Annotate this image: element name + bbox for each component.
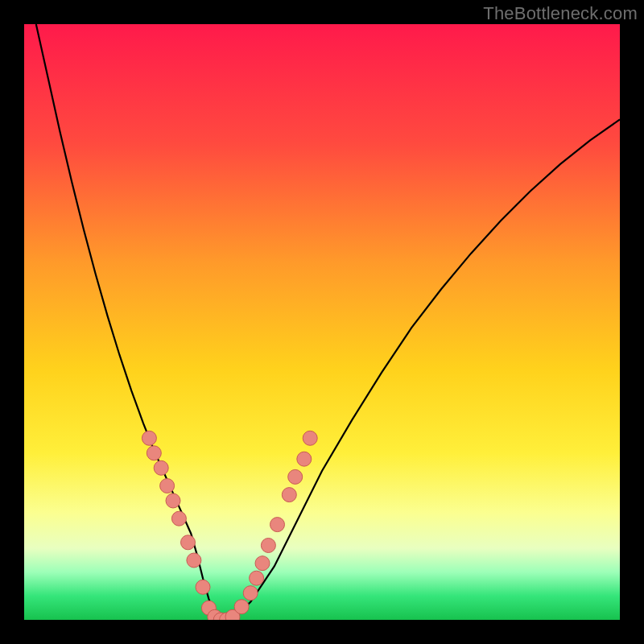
data-marker bbox=[261, 539, 275, 553]
data-marker bbox=[303, 431, 317, 445]
data-marker bbox=[243, 586, 258, 601]
data-marker bbox=[147, 446, 161, 460]
data-marker bbox=[171, 511, 186, 526]
data-marker bbox=[181, 535, 196, 550]
data-marker bbox=[282, 488, 296, 502]
data-marker bbox=[187, 553, 201, 568]
data-marker bbox=[196, 580, 210, 594]
watermark-text: TheBottleneck.com bbox=[483, 3, 638, 24]
data-marker bbox=[288, 469, 303, 484]
data-marker bbox=[255, 556, 270, 571]
data-marker bbox=[250, 571, 264, 585]
data-marker bbox=[166, 493, 180, 508]
data-marker bbox=[160, 479, 175, 493]
bottleneck-chart bbox=[24, 24, 620, 620]
data-marker bbox=[270, 518, 285, 532]
gradient-bg bbox=[24, 24, 620, 620]
chart-frame bbox=[24, 24, 620, 620]
data-marker bbox=[154, 460, 168, 475]
data-marker bbox=[297, 452, 312, 466]
data-marker bbox=[234, 600, 249, 614]
data-marker bbox=[142, 431, 156, 445]
